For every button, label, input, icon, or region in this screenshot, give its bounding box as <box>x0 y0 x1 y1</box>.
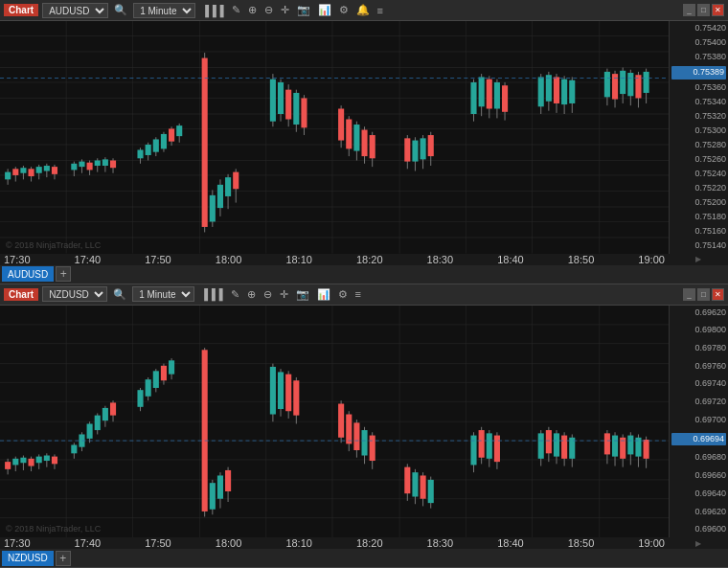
chart2-more-icon[interactable]: ≡ <box>353 288 363 300</box>
svg-rect-213 <box>370 435 375 460</box>
chart2-price-1: 0.69620 <box>671 307 726 319</box>
svg-rect-183 <box>153 371 159 388</box>
zoom-in-icon[interactable]: ⊕ <box>246 4 259 16</box>
chart1-window-controls: _ □ ✕ <box>683 4 724 16</box>
svg-rect-118 <box>569 80 575 103</box>
chart2-minimize-btn[interactable]: _ <box>683 288 695 301</box>
chart2-time-1740: 17:40 <box>75 537 102 549</box>
price-level-13: 0.75180 <box>671 212 726 223</box>
chart2-add-tab-btn[interactable]: + <box>56 551 71 566</box>
svg-rect-130 <box>644 72 649 93</box>
chart2-time-1810: 18:10 <box>285 537 312 549</box>
chart2-tab[interactable]: NZDUSD <box>2 551 54 566</box>
price-level-1: 0.75420 <box>671 23 726 34</box>
svg-rect-110 <box>538 77 544 106</box>
chart2-indicator-icon[interactable]: 📊 <box>315 288 332 301</box>
svg-rect-108 <box>502 85 508 112</box>
chart1-area: © 2018 NinjaTrader, LLC 0.75420 0.75400 … <box>0 21 728 254</box>
chart1-tab[interactable]: AUDUSD <box>2 266 54 282</box>
chart2-restore-btn[interactable]: □ <box>697 288 710 301</box>
chart2-symbol-select[interactable]: NZDUSD <box>42 286 107 302</box>
svg-rect-102 <box>479 77 485 106</box>
chart1-restore-btn[interactable]: □ <box>697 4 710 16</box>
price-level-5: 0.75340 <box>671 97 726 108</box>
time-1740: 17:40 <box>75 254 102 265</box>
price-level-8: 0.75280 <box>671 140 726 151</box>
chart2-search-icon[interactable]: 🔍 <box>111 288 128 301</box>
price-level-7: 0.75300 <box>671 125 726 137</box>
svg-rect-46 <box>102 159 108 166</box>
svg-rect-161 <box>36 456 42 463</box>
chart2-price-9: 0.69660 <box>671 470 726 482</box>
zoom-out-icon[interactable]: ⊖ <box>262 4 275 16</box>
screenshot-icon[interactable]: 📷 <box>295 4 312 16</box>
time-1830: 18:30 <box>427 254 454 265</box>
bar-type-icon[interactable]: ▐▐▐ <box>199 5 225 16</box>
svg-rect-157 <box>20 457 26 463</box>
svg-rect-217 <box>412 472 418 496</box>
svg-rect-233 <box>546 430 552 453</box>
chart1-canvas[interactable]: © 2018 NinjaTrader, LLC <box>0 21 669 254</box>
chart2-close-btn[interactable]: ✕ <box>712 288 724 301</box>
svg-rect-231 <box>538 433 544 458</box>
svg-rect-86 <box>353 125 359 151</box>
svg-rect-191 <box>210 483 216 510</box>
price-level-6: 0.75320 <box>671 111 726 123</box>
svg-rect-42 <box>87 163 93 170</box>
scroll-indicator: ▶ <box>695 255 701 263</box>
svg-rect-114 <box>554 77 559 103</box>
svg-rect-181 <box>146 379 151 397</box>
svg-rect-199 <box>278 372 284 409</box>
chart2-time-1830: 18:30 <box>427 537 454 549</box>
svg-rect-207 <box>346 414 352 443</box>
chart2-canvas[interactable]: © 2018 NinjaTrader, LLC <box>0 306 669 538</box>
more-icon[interactable]: ≡ <box>375 5 385 16</box>
chart2-bar-type-icon[interactable]: ▐▐▐ <box>198 288 224 300</box>
svg-rect-193 <box>217 475 223 498</box>
alert-icon[interactable]: 🔔 <box>354 4 372 16</box>
main-container: Chart AUDUSD 🔍 1 Minute ▐▐▐ ✎ ⊕ ⊖ ✛ 📷 📊 … <box>0 0 728 568</box>
search-icon[interactable]: 🔍 <box>112 4 129 16</box>
time-1730: 17:30 <box>4 254 31 265</box>
chart2-svg <box>0 306 669 538</box>
chart1-time-axis-right: ▶ <box>669 254 728 265</box>
svg-rect-56 <box>161 134 167 148</box>
chart2-strategy-icon[interactable]: ⚙ <box>336 288 350 301</box>
svg-rect-165 <box>52 456 57 464</box>
strategy-icon[interactable]: ⚙ <box>337 4 351 16</box>
chart2-draw-icon[interactable]: ✎ <box>229 288 241 301</box>
time-1800: 18:00 <box>216 254 242 265</box>
chart2-crosshair-icon[interactable]: ✛ <box>278 288 290 301</box>
chart2-time-1850: 18:50 <box>568 537 595 549</box>
svg-rect-76 <box>285 90 291 120</box>
chart1-symbol-select[interactable]: AUDUSD <box>42 3 108 18</box>
svg-rect-78 <box>293 93 299 125</box>
chart1-add-tab-btn[interactable]: + <box>56 266 71 282</box>
svg-rect-124 <box>620 71 626 94</box>
chart2-zoom-in-icon[interactable]: ⊕ <box>245 288 258 301</box>
svg-rect-62 <box>202 58 208 227</box>
svg-rect-120 <box>604 72 610 97</box>
chart2-price-10: 0.69640 <box>671 488 726 500</box>
chart1-timeframe-select[interactable]: 1 Minute <box>133 3 195 18</box>
svg-rect-36 <box>52 167 57 174</box>
crosshair-icon[interactable]: ✛ <box>279 4 291 16</box>
svg-rect-163 <box>44 455 50 461</box>
chart2-price-4: 0.69760 <box>671 361 726 373</box>
chart2-timeframe-select[interactable]: 1 Minute <box>132 286 194 302</box>
chart2-screenshot-icon[interactable]: 📷 <box>294 288 311 301</box>
svg-rect-104 <box>487 80 492 109</box>
price-level-15: 0.75140 <box>671 240 726 252</box>
svg-rect-187 <box>169 360 174 374</box>
chart1-minimize-btn[interactable]: _ <box>683 4 695 16</box>
svg-rect-40 <box>79 162 84 168</box>
draw-icon[interactable]: ✎ <box>230 4 242 16</box>
chart1-close-btn[interactable]: ✕ <box>712 4 724 16</box>
svg-rect-153 <box>5 462 11 469</box>
indicator-icon[interactable]: 📊 <box>316 4 333 16</box>
time-1900: 19:00 <box>638 254 665 265</box>
chart1-price-axis: 0.75420 0.75400 0.75380 0.75389 0.75360 … <box>669 21 728 254</box>
chart2-zoom-out-icon[interactable]: ⊖ <box>262 288 274 301</box>
svg-rect-24 <box>5 172 11 180</box>
svg-rect-96 <box>421 138 426 159</box>
